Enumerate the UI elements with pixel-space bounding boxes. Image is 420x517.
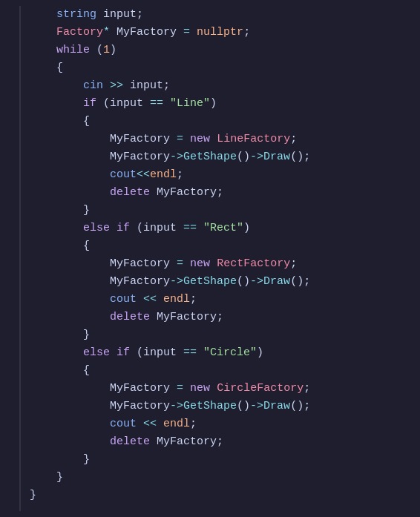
code-token [30,8,56,21]
method: Draw [263,400,290,412]
arrow: -> [170,275,183,288]
class-name: LineFactory [217,133,290,145]
code-line: } [30,326,414,344]
string-lit: "Circle" [203,346,257,359]
operator: = [183,26,190,39]
code-token [210,133,217,145]
code-token [163,97,170,110]
operator: == [150,97,163,110]
number: 1 [103,44,110,56]
code-line: cout << endl; [30,415,414,433]
code-token [190,26,197,39]
code-token [30,346,83,359]
code-line: } [30,202,414,220]
code-line: cout<<endl; [30,166,414,184]
code-token [30,418,110,430]
code-token [30,400,110,412]
arrow: -> [170,151,183,163]
code-line: MyFactory = new LineFactory; [30,131,414,148]
kw-ctrl: if [83,97,96,110]
operator: = [177,382,183,395]
code-line: } [30,487,414,504]
arrow: -> [250,151,263,163]
code-token [30,329,83,341]
code-line: MyFactory = new RectFactory; [30,255,414,273]
identifier: input; [123,79,170,92]
kw-ctrl: else if [83,222,130,234]
punct: ; [177,168,183,181]
code-token [30,275,110,288]
code-line: Factory* MyFactory = nullptr; [30,24,414,42]
method: Draw [263,151,290,163]
punct: (); [290,400,310,412]
code-token [170,133,177,145]
code-token [137,293,143,306]
code-line: delete MyFactory; [30,309,414,326]
var-name: MyFactory [110,26,183,39]
code-token [157,418,163,430]
operator: == [183,346,197,359]
arrow: -> [170,400,183,412]
code-line: } [30,451,414,469]
code-token [30,133,110,145]
code-token [30,364,83,377]
punct: { [83,115,90,128]
code-token [30,240,83,252]
code-line: cin >> input; [30,77,414,95]
kw-io: cin [83,79,103,92]
punct: ) [243,222,250,234]
code-editor: string input; Factory* MyFactory = nullp… [0,0,420,517]
code-token [103,79,110,92]
punct: ) [110,44,117,56]
code-line: else if (input == "Rect") [30,220,414,237]
kw-delete: delete [110,186,150,199]
kw-type: string [56,8,96,21]
kw-ctrl: while [56,44,90,56]
code-token [30,382,110,395]
class-name: RectFactory [217,257,290,270]
var-name: MyFactory [110,400,170,412]
code-token [137,418,143,430]
endl-kw: endl [163,293,190,306]
code-token [30,168,110,181]
code-token [197,346,203,359]
code-line: { [30,59,414,77]
arrow: -> [250,400,263,412]
operator: >> [110,79,123,92]
code-line: else if (input == "Circle") [30,344,414,362]
method: GetShape [183,400,237,412]
code-token [30,44,56,56]
method: GetShape [183,275,237,288]
identifier: MyFactory; [150,186,223,199]
code-line: MyFactory->GetShape()->Draw(); [30,273,414,291]
var-name: MyFactory [110,257,170,270]
identifier: (input [96,97,150,110]
code-line: delete MyFactory; [30,184,414,202]
code-line: while (1) [30,42,414,59]
punct: ) [210,97,217,110]
nullptr-kw: nullptr [197,26,243,39]
punct: } [83,453,90,466]
code-line: MyFactory->GetShape()->Draw(); [30,398,414,415]
identifier: (input [130,346,183,359]
kw-io: cout [110,168,137,181]
code-line: delete MyFactory; [30,433,414,451]
code-line: } [30,469,414,487]
var-name: MyFactory [110,382,170,395]
kw-io: cout [110,418,137,430]
code-token [30,453,83,466]
punct: ; [290,257,297,270]
endl-kw: endl [163,418,190,430]
punct: { [83,364,90,377]
code-token [210,257,217,270]
code-line: MyFactory->GetShape()->Draw(); [30,148,414,166]
punct: () [237,275,250,288]
punct: ; [190,418,197,430]
code-token [183,133,190,145]
code-token [157,293,163,306]
identifier: (input [130,222,183,234]
operator: = [177,257,183,270]
method: GetShape [183,151,237,163]
operator: << [137,168,150,181]
punct: ) [257,346,263,359]
